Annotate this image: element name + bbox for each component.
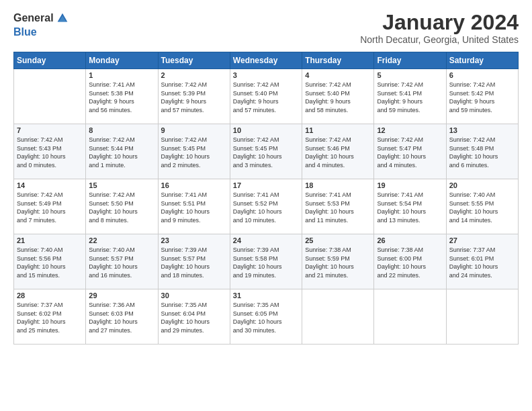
day-info: Sunrise: 7:41 AM Sunset: 5:51 PM Dayligh… <box>161 191 227 224</box>
weekday-header-wednesday: Wednesday <box>230 52 302 69</box>
day-number: 6 <box>449 71 515 79</box>
day-info: Sunrise: 7:38 AM Sunset: 6:00 PM Dayligh… <box>377 246 443 279</box>
day-number: 30 <box>161 291 227 300</box>
day-number: 23 <box>161 236 227 244</box>
calendar-cell: 7Sunrise: 7:42 AM Sunset: 5:43 PM Daylig… <box>14 124 86 179</box>
week-row-4: 21Sunrise: 7:40 AM Sunset: 5:56 PM Dayli… <box>14 234 519 289</box>
calendar-cell: 26Sunrise: 7:38 AM Sunset: 6:00 PM Dayli… <box>374 234 446 289</box>
day-number: 9 <box>161 126 227 134</box>
day-info: Sunrise: 7:41 AM Sunset: 5:53 PM Dayligh… <box>305 191 371 224</box>
day-info: Sunrise: 7:42 AM Sunset: 5:39 PM Dayligh… <box>161 81 227 114</box>
month-title: January 2024 <box>360 11 519 34</box>
calendar-cell: 12Sunrise: 7:42 AM Sunset: 5:47 PM Dayli… <box>374 124 446 179</box>
day-number: 12 <box>377 126 443 134</box>
calendar-cell: 22Sunrise: 7:40 AM Sunset: 5:57 PM Dayli… <box>86 234 158 289</box>
day-info: Sunrise: 7:40 AM Sunset: 5:56 PM Dayligh… <box>17 246 83 279</box>
day-info: Sunrise: 7:41 AM Sunset: 5:52 PM Dayligh… <box>233 191 299 224</box>
day-info: Sunrise: 7:42 AM Sunset: 5:40 PM Dayligh… <box>305 81 371 114</box>
location: North Decatur, Georgia, United States <box>360 34 519 45</box>
day-number: 19 <box>377 181 443 189</box>
calendar-cell: 8Sunrise: 7:42 AM Sunset: 5:44 PM Daylig… <box>86 124 158 179</box>
day-info: Sunrise: 7:42 AM Sunset: 5:40 PM Dayligh… <box>233 81 299 114</box>
calendar-cell: 18Sunrise: 7:41 AM Sunset: 5:53 PM Dayli… <box>302 179 374 234</box>
weekday-header-sunday: Sunday <box>14 52 86 69</box>
weekday-header-thursday: Thursday <box>302 52 374 69</box>
calendar-cell: 23Sunrise: 7:39 AM Sunset: 5:57 PM Dayli… <box>158 234 230 289</box>
calendar-cell: 21Sunrise: 7:40 AM Sunset: 5:56 PM Dayli… <box>14 234 86 289</box>
day-info: Sunrise: 7:35 AM Sunset: 6:04 PM Dayligh… <box>161 301 227 334</box>
title-area: January 2024 North Decatur, Georgia, Uni… <box>360 11 519 45</box>
day-info: Sunrise: 7:42 AM Sunset: 5:50 PM Dayligh… <box>89 191 154 224</box>
day-number: 18 <box>305 181 371 189</box>
day-info: Sunrise: 7:40 AM Sunset: 5:55 PM Dayligh… <box>449 191 515 224</box>
day-info: Sunrise: 7:35 AM Sunset: 6:05 PM Dayligh… <box>233 301 299 334</box>
logo: General Blue <box>13 11 70 38</box>
day-info: Sunrise: 7:42 AM Sunset: 5:47 PM Dayligh… <box>377 136 443 169</box>
calendar-cell: 30Sunrise: 7:35 AM Sunset: 6:04 PM Dayli… <box>158 289 230 345</box>
day-number: 31 <box>233 291 299 300</box>
day-number: 14 <box>17 181 83 189</box>
calendar-cell: 11Sunrise: 7:42 AM Sunset: 5:46 PM Dayli… <box>302 124 374 179</box>
day-info: Sunrise: 7:39 AM Sunset: 5:57 PM Dayligh… <box>161 246 227 279</box>
calendar-cell: 24Sunrise: 7:39 AM Sunset: 5:58 PM Dayli… <box>230 234 302 289</box>
week-row-5: 28Sunrise: 7:37 AM Sunset: 6:02 PM Dayli… <box>14 289 519 345</box>
day-number: 2 <box>161 71 227 79</box>
day-number: 10 <box>233 126 299 134</box>
day-info: Sunrise: 7:38 AM Sunset: 5:59 PM Dayligh… <box>305 246 371 279</box>
day-number: 7 <box>17 126 83 134</box>
day-number: 1 <box>89 71 154 79</box>
day-number: 17 <box>233 181 299 189</box>
day-number: 11 <box>305 126 371 134</box>
calendar-cell: 4Sunrise: 7:42 AM Sunset: 5:40 PM Daylig… <box>302 69 374 124</box>
calendar-cell: 20Sunrise: 7:40 AM Sunset: 5:55 PM Dayli… <box>446 179 518 234</box>
calendar-cell: 19Sunrise: 7:41 AM Sunset: 5:54 PM Dayli… <box>374 179 446 234</box>
calendar-cell: 29Sunrise: 7:36 AM Sunset: 6:03 PM Dayli… <box>86 289 158 345</box>
weekday-header-saturday: Saturday <box>446 52 518 69</box>
day-number: 15 <box>89 181 154 189</box>
calendar-cell: 14Sunrise: 7:42 AM Sunset: 5:49 PM Dayli… <box>14 179 86 234</box>
day-number: 8 <box>89 126 154 134</box>
calendar-cell: 6Sunrise: 7:42 AM Sunset: 5:42 PM Daylig… <box>446 69 518 124</box>
calendar-cell <box>446 289 518 345</box>
day-number: 28 <box>17 291 83 300</box>
calendar-cell: 5Sunrise: 7:42 AM Sunset: 5:41 PM Daylig… <box>374 69 446 124</box>
calendar-cell: 10Sunrise: 7:42 AM Sunset: 5:45 PM Dayli… <box>230 124 302 179</box>
day-number: 22 <box>89 236 154 244</box>
calendar-cell: 31Sunrise: 7:35 AM Sunset: 6:05 PM Dayli… <box>230 289 302 345</box>
day-info: Sunrise: 7:41 AM Sunset: 5:38 PM Dayligh… <box>89 81 154 114</box>
calendar-cell: 16Sunrise: 7:41 AM Sunset: 5:51 PM Dayli… <box>158 179 230 234</box>
calendar-cell: 27Sunrise: 7:37 AM Sunset: 6:01 PM Dayli… <box>446 234 518 289</box>
day-info: Sunrise: 7:42 AM Sunset: 5:43 PM Dayligh… <box>17 136 83 169</box>
day-info: Sunrise: 7:42 AM Sunset: 5:46 PM Dayligh… <box>305 136 371 169</box>
calendar-cell: 9Sunrise: 7:42 AM Sunset: 5:45 PM Daylig… <box>158 124 230 179</box>
weekday-header-row: SundayMondayTuesdayWednesdayThursdayFrid… <box>14 52 519 69</box>
calendar-cell: 17Sunrise: 7:41 AM Sunset: 5:52 PM Dayli… <box>230 179 302 234</box>
day-number: 3 <box>233 71 299 79</box>
calendar-cell <box>374 289 446 345</box>
page: General Blue January 2024 North Decatur,… <box>0 0 532 411</box>
weekday-header-tuesday: Tuesday <box>158 52 230 69</box>
day-number: 21 <box>17 236 83 244</box>
week-row-1: 1Sunrise: 7:41 AM Sunset: 5:38 PM Daylig… <box>14 69 519 124</box>
day-info: Sunrise: 7:40 AM Sunset: 5:57 PM Dayligh… <box>89 246 154 279</box>
day-info: Sunrise: 7:42 AM Sunset: 5:45 PM Dayligh… <box>233 136 299 169</box>
day-number: 26 <box>377 236 443 244</box>
weekday-header-monday: Monday <box>86 52 158 69</box>
day-number: 4 <box>305 71 371 79</box>
logo-blue-text: Blue <box>13 26 37 38</box>
week-row-2: 7Sunrise: 7:42 AM Sunset: 5:43 PM Daylig… <box>14 124 519 179</box>
week-row-3: 14Sunrise: 7:42 AM Sunset: 5:49 PM Dayli… <box>14 179 519 234</box>
day-number: 27 <box>449 236 515 244</box>
day-info: Sunrise: 7:42 AM Sunset: 5:41 PM Dayligh… <box>377 81 443 114</box>
day-info: Sunrise: 7:42 AM Sunset: 5:44 PM Dayligh… <box>89 136 154 169</box>
calendar-cell: 13Sunrise: 7:42 AM Sunset: 5:48 PM Dayli… <box>446 124 518 179</box>
calendar-cell: 3Sunrise: 7:42 AM Sunset: 5:40 PM Daylig… <box>230 69 302 124</box>
calendar-cell: 2Sunrise: 7:42 AM Sunset: 5:39 PM Daylig… <box>158 69 230 124</box>
day-number: 29 <box>89 291 154 300</box>
calendar-cell <box>302 289 374 345</box>
calendar-cell: 28Sunrise: 7:37 AM Sunset: 6:02 PM Dayli… <box>14 289 86 345</box>
day-info: Sunrise: 7:37 AM Sunset: 6:01 PM Dayligh… <box>449 246 515 279</box>
day-number: 25 <box>305 236 371 244</box>
day-info: Sunrise: 7:42 AM Sunset: 5:45 PM Dayligh… <box>161 136 227 169</box>
day-info: Sunrise: 7:36 AM Sunset: 6:03 PM Dayligh… <box>89 301 154 334</box>
